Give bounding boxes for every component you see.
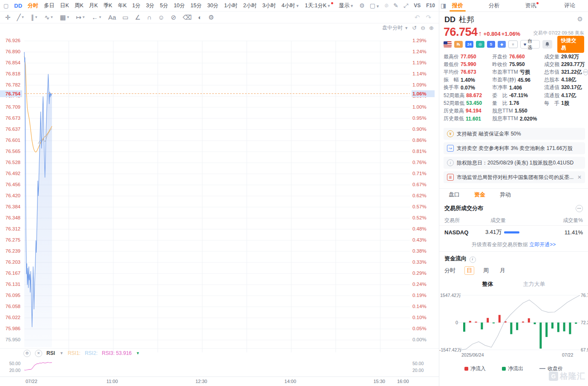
fullscreen-icon[interactable]: ⤢ — [404, 2, 408, 9]
quote-item: 振 幅1.40% — [444, 76, 492, 84]
upgrade-text: 升级查看全部交易所数据 — [472, 242, 528, 248]
undo-icon[interactable]: ↶ — [415, 14, 420, 21]
money-flow-chart[interactable]: 1547.42万0-1547.42万76.7572.3767.992025/06… — [439, 292, 588, 360]
quote-settings-icon[interactable]: ⚙ — [577, 15, 583, 23]
watchlist-button[interactable]: ♥自选 — [520, 40, 540, 49]
rsi2-label: RSI2: — [85, 350, 98, 356]
flow-subtab-整体[interactable]: 整体 — [482, 280, 493, 288]
pattern-icon[interactable]: ▦▼ — [60, 14, 69, 21]
screenshot-icon[interactable]: ⌾ — [385, 2, 388, 9]
quote-item-value: 1股 — [561, 100, 569, 107]
timeframe-月K[interactable]: 月K — [89, 2, 98, 9]
timeframe-多日[interactable]: 多日 — [44, 2, 55, 9]
rsi-dropdown-icon[interactable]: ▼ — [60, 351, 63, 355]
rsi-settings-icon[interactable]: ⚙ — [23, 350, 31, 357]
timeframe-1天:1分K[interactable]: 1天:1分K▼ — [305, 2, 334, 9]
notice-item[interactable]: ¥支持融资 融资保证金率 50% — [444, 128, 585, 140]
tab-quote[interactable]: 报价 — [452, 0, 463, 12]
notice-item[interactable]: ↝支持卖空 卖空参考利率 3% 卖空池剩余 171.66万股 — [444, 142, 585, 154]
flow-scope-tabs: 整体主力大单 — [439, 280, 588, 288]
rsi-axis-tick: 20.00 — [412, 368, 424, 373]
chevron-down-icon: ▼ — [35, 15, 38, 19]
notice-item[interactable]: i除权除息日：2025/08/29 (美东) 1股派股息0.41USD — [444, 157, 585, 169]
timeframe-周K[interactable]: 周K — [75, 2, 84, 9]
timeframe-10分[interactable]: 10分 — [174, 2, 185, 9]
quote-item-value: 亏损 — [520, 69, 530, 76]
delete-icon[interactable]: ⌫ — [183, 14, 192, 21]
timeframe-4小时[interactable]: 4小时▼ — [282, 2, 300, 9]
zoom-in-icon[interactable]: ⊕ — [429, 25, 434, 31]
subtab-资金[interactable]: 资金 — [474, 189, 485, 202]
compare-icon[interactable]: ◐ — [198, 14, 202, 21]
flow-tab-周[interactable]: 周 — [483, 267, 489, 274]
price-plot[interactable] — [0, 23, 439, 386]
wave-icon[interactable]: ∿▼ — [44, 14, 54, 21]
timeframe-15分[interactable]: 15分 — [190, 2, 202, 9]
chart-mode-dropdown[interactable]: 盘中分时 ▼ — [382, 24, 408, 32]
tab-analysis[interactable]: 分析 — [489, 0, 500, 12]
timeframe-季K[interactable]: 季K — [104, 2, 112, 9]
f10-button[interactable]: F10 — [426, 3, 435, 9]
timeframe-2小时[interactable]: 2小时 — [243, 2, 257, 9]
rsi-close-icon[interactable]: ✕ — [35, 350, 42, 357]
trendline-icon[interactable]: ╱▼ — [17, 14, 25, 21]
subtab-盘口[interactable]: 盘口 — [449, 189, 460, 202]
chart-settings-icon[interactable]: ⚙ — [359, 2, 365, 9]
timeframe-1分[interactable]: 1分 — [132, 2, 140, 9]
comment-icon[interactable]: ▭ — [122, 14, 128, 21]
layout-icon[interactable]: ▢▼ — [370, 2, 380, 9]
upgrade-link[interactable]: 立即开通>> — [529, 242, 556, 248]
flow-tab-月[interactable]: 月 — [500, 267, 505, 274]
tool-settings-icon[interactable]: ⚙ — [208, 14, 214, 21]
timeframe-分时[interactable]: 分时 — [28, 2, 38, 9]
symbol-label[interactable]: DD — [14, 3, 22, 9]
flow-axis-tick: 76.75 — [581, 293, 588, 298]
magnet-icon[interactable]: ∩ — [147, 14, 152, 21]
redo-icon[interactable]: ↷ — [426, 14, 431, 21]
time-tick: 11:00 — [107, 379, 118, 384]
emoji-icon[interactable]: ☺ — [158, 14, 164, 21]
time-tick: 16:00 — [397, 379, 409, 384]
exchange-more-icon[interactable]: ••• — [576, 205, 583, 212]
move-icon[interactable]: ✛ — [5, 14, 11, 21]
alert-bell-button[interactable] — [542, 40, 552, 49]
timeframe-30分[interactable]: 30分 — [207, 2, 218, 9]
pencil-icon[interactable]: ✎ — [393, 2, 398, 9]
text-icon[interactable]: Aa — [108, 14, 116, 21]
flow-info-icon[interactable]: i — [470, 256, 476, 263]
ray-icon[interactable]: ↦▼ — [76, 14, 86, 21]
chevron-down-icon: ▼ — [50, 15, 54, 19]
timeframe-5分[interactable]: 5分 — [160, 2, 168, 9]
timeframe-3分[interactable]: 3分 — [146, 2, 154, 9]
timeframe-年K[interactable]: 年K — [118, 2, 127, 9]
flow-subtab-主力大单[interactable]: 主力大单 — [523, 280, 545, 288]
tab-news[interactable]: 资讯 — [525, 0, 539, 12]
close-icon[interactable]: ✕ — [575, 174, 582, 180]
display-dropdown[interactable]: 显示▼ — [339, 2, 354, 9]
intraday-chart[interactable]: 盘中分时 ▼ ↺ ⊖ ⊕ 76.92676.89076.85476.81876.… — [0, 23, 439, 386]
zoom-out-icon[interactable]: ⊖ — [421, 25, 425, 31]
arrow-left-icon[interactable]: ←▼ — [92, 14, 102, 21]
vs-button[interactable]: VS — [414, 3, 421, 9]
notice-item[interactable]: ≣市场监管总局暂停对杜邦中国集团有限公司的反垄...✕ — [444, 171, 585, 183]
flow-tab-分时[interactable]: 分时 — [444, 267, 455, 274]
rsi-label[interactable]: RSI — [46, 350, 55, 356]
reset-zoom-icon[interactable]: ↺ — [412, 25, 417, 31]
angle-icon[interactable]: ∠ — [135, 14, 141, 21]
timeframe-1小时[interactable]: 1小时 — [224, 2, 238, 9]
quote-item-label: 历史最高 — [444, 107, 464, 115]
news-doc-icon[interactable]: ≡ — [508, 40, 517, 48]
watermark-logo-icon: G — [549, 372, 558, 381]
quick-trade-button[interactable]: 快捷交易 — [557, 36, 584, 53]
hide-icon[interactable]: ⊘ — [171, 14, 176, 21]
timeframe-group: 分时多日日K周K月K季K年K1分3分5分10分15分30分1小时2小时3小时4小… — [28, 2, 333, 9]
subtab-异动[interactable]: 异动 — [500, 189, 511, 202]
window-icon[interactable]: ▢ — [3, 3, 9, 9]
timeframe-日K[interactable]: 日K — [60, 2, 69, 9]
flow-tab-日[interactable]: 日 — [464, 266, 474, 275]
timeframe-3小时[interactable]: 3小时 — [262, 2, 276, 9]
exchange-table-row[interactable]: NASDAQ3.41万11.41% — [439, 227, 588, 238]
channel-icon[interactable]: ∥▼ — [31, 14, 38, 21]
tab-comments[interactable]: 评论 — [564, 0, 575, 12]
more-icon[interactable]: ••• — [583, 69, 588, 75]
